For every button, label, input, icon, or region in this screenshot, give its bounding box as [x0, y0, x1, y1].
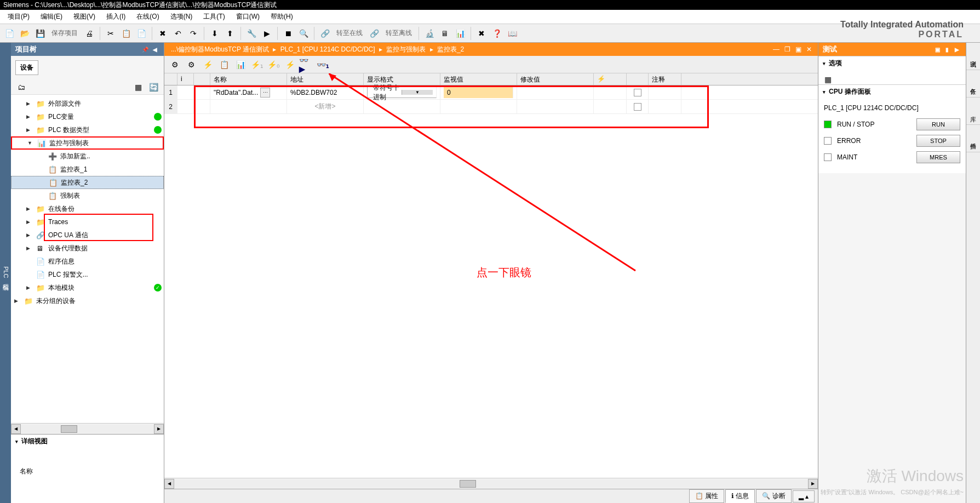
project-tree[interactable]: ▶📁外部源文件▶📁PLC变量▶📁PLC 数据类型▼📊监控与强制表➕添加新监..📋…	[11, 95, 164, 423]
device-icon[interactable]: 🖥	[438, 26, 452, 41]
sidebar-tab-plc[interactable]: PLC 编程	[0, 43, 11, 503]
cross-icon[interactable]: ✖	[474, 26, 489, 41]
redo-icon[interactable]: ↷	[186, 26, 200, 41]
cpu-btn-mres[interactable]: MRES	[916, 151, 960, 163]
menu-insert[interactable]: 插入(I)	[101, 10, 131, 23]
tree-tool3-icon[interactable]: 🔄	[146, 80, 161, 94]
watch-row[interactable]: 1"RdData".Dat...⋯%DB2.DBW702带符号十进制▼0	[164, 85, 818, 100]
tree-item-0[interactable]: ▶📁外部源文件	[11, 97, 164, 110]
tree-item-12[interactable]: 📄程序信息	[11, 255, 164, 268]
crumb-1[interactable]: PLC_1 [CPU 1214C DC/DC/DC]	[278, 45, 377, 53]
print-icon[interactable]: 🖨	[82, 26, 96, 41]
watch-row[interactable]: 2<新增>	[164, 100, 818, 114]
col-note[interactable]: 注释	[649, 73, 681, 85]
menu-tools[interactable]: 工具(T)	[198, 10, 230, 23]
tree-collapse-icon[interactable]: ◀	[151, 45, 159, 54]
crumb-0[interactable]: ...\偏控制器ModbusTCP 通信测试	[169, 45, 271, 53]
monitor-once-icon[interactable]: 👓₁	[316, 58, 330, 72]
tree-item-10[interactable]: ▶🔗OPC UA 通信	[11, 228, 164, 242]
link-icon[interactable]: 🔗	[318, 26, 332, 41]
crumb-3[interactable]: 监控表_2	[435, 45, 466, 53]
save-icon[interactable]: 💾	[33, 26, 47, 41]
menu-window[interactable]: 窗口(W)	[231, 10, 265, 23]
close-icon[interactable]: ✕	[805, 45, 813, 54]
copy-icon[interactable]: 📋	[119, 26, 133, 41]
rp-arrow-icon[interactable]: ▶	[953, 45, 961, 54]
menu-online[interactable]: 在线(O)	[131, 10, 164, 23]
tree-tool2-icon[interactable]: ▦	[131, 80, 145, 94]
search-icon[interactable]: 🔍	[296, 26, 311, 41]
cpu-btn-stop[interactable]: STOP	[916, 135, 960, 147]
monitor-all-icon[interactable]: 👓▶	[299, 58, 313, 72]
tree-item-6[interactable]: 📋监控表_2	[11, 176, 164, 189]
minimize-icon[interactable]: —	[772, 45, 781, 54]
watch-table[interactable]: i 名称 地址 显示格式 监视值 修改值 ⚡ 注释 1"RdData".Dat.…	[164, 73, 818, 478]
rtab-library[interactable]: 库	[966, 98, 980, 125]
wt-flash2-icon[interactable]: ⚡₀	[266, 58, 280, 72]
crumb-2[interactable]: 监控与强制表	[384, 45, 428, 53]
cut-icon[interactable]: ✂	[104, 26, 118, 41]
rtab-test[interactable]: 测试	[966, 43, 980, 70]
tree-item-11[interactable]: ▶🖥设备代理数据	[11, 242, 164, 255]
menu-edit[interactable]: 编辑(E)	[35, 10, 68, 23]
stop-icon[interactable]: ⏹	[281, 26, 295, 41]
undo-icon[interactable]: ↶	[171, 26, 185, 41]
detail-view-header[interactable]: 详细视图	[11, 435, 164, 448]
tree-item-13[interactable]: 📄PLC 报警文...	[11, 268, 164, 281]
maximize-icon[interactable]: ▣	[794, 45, 803, 54]
cpu-panel-header[interactable]: CPU 操作面板	[818, 85, 966, 99]
wt-tool5-icon[interactable]: 📊	[233, 58, 248, 72]
options-header[interactable]: 选项	[818, 56, 966, 70]
col-monitor[interactable]: 监视值	[440, 73, 517, 85]
watch-hscroll[interactable]: ◀▶	[164, 478, 818, 489]
cpu-btn-run[interactable]: RUN	[916, 118, 960, 130]
diag-icon[interactable]: 🔬	[422, 26, 437, 41]
tree-item-7[interactable]: 📋强制表	[11, 189, 164, 202]
tab-expand[interactable]: ▂ ▴	[793, 490, 815, 502]
wt-flash3-icon[interactable]: ⚡	[283, 58, 297, 72]
col-name[interactable]: 名称	[210, 73, 287, 85]
simulate-icon[interactable]: ▶	[260, 26, 274, 41]
rp-pin-icon[interactable]: ▣	[933, 45, 942, 54]
tree-item-2[interactable]: ▶📁PLC 数据类型	[11, 123, 164, 136]
download-icon[interactable]: ⬇	[208, 26, 222, 41]
tree-hscroll[interactable]: ◀▶	[11, 423, 164, 434]
open-project-icon[interactable]: 📂	[18, 26, 32, 41]
wt-flash1-icon[interactable]: ⚡₁	[250, 58, 264, 72]
tree-item-9[interactable]: ▶📁Traces	[11, 215, 164, 228]
tab-diagnostics[interactable]: 🔍 诊断	[756, 489, 791, 503]
delete-icon[interactable]: ✖	[156, 26, 170, 41]
paste-icon[interactable]: 📄	[134, 26, 148, 41]
tree-item-4[interactable]: ➕添加新监..	[11, 150, 164, 163]
rtab-plugins[interactable]: 插件	[966, 125, 980, 152]
wt-tool3-icon[interactable]: ⚡	[200, 58, 215, 72]
rtab-tasks[interactable]: 任务	[966, 70, 980, 98]
tab-properties[interactable]: 📋 属性	[689, 489, 724, 503]
upload-icon[interactable]: ⬆	[223, 26, 237, 41]
tree-item-3[interactable]: ▼📊监控与强制表	[11, 136, 164, 150]
tab-info[interactable]: ℹ 信息	[725, 489, 755, 503]
menu-project[interactable]: 项目(P)	[2, 10, 35, 23]
tree-tool1-icon[interactable]: 🗂	[14, 80, 28, 94]
menu-help[interactable]: 帮助(H)	[265, 10, 299, 23]
tree-item-15[interactable]: ▶📁未分组的设备	[11, 294, 164, 307]
menu-options[interactable]: 选项(N)	[165, 10, 198, 23]
menu-view[interactable]: 视图(V)	[68, 10, 101, 23]
compile-icon[interactable]: 🔧	[244, 26, 259, 41]
col-addr[interactable]: 地址	[287, 73, 364, 85]
new-project-icon[interactable]: 📄	[2, 26, 16, 41]
wt-tool2-icon[interactable]: ⚙	[184, 58, 198, 72]
tree-item-1[interactable]: ▶📁PLC变量	[11, 110, 164, 123]
tree-item-5[interactable]: 📋监控表_1	[11, 163, 164, 176]
unlink-icon[interactable]: 🔗	[367, 26, 381, 41]
chart-icon[interactable]: 📊	[453, 26, 467, 41]
wt-tool1-icon[interactable]: ⚙	[168, 58, 182, 72]
rp-col-icon[interactable]: ▮	[943, 45, 952, 54]
col-modify[interactable]: 修改值	[517, 73, 594, 85]
devices-tab[interactable]: 设备	[15, 60, 38, 75]
help-icon[interactable]: ❓	[490, 26, 504, 41]
wt-tool4-icon[interactable]: 📋	[217, 58, 231, 72]
tree-pin-icon[interactable]: 📌	[141, 45, 150, 54]
restore-icon[interactable]: ❐	[783, 45, 792, 54]
tree-item-14[interactable]: ▶📁本地模块✓	[11, 281, 164, 294]
